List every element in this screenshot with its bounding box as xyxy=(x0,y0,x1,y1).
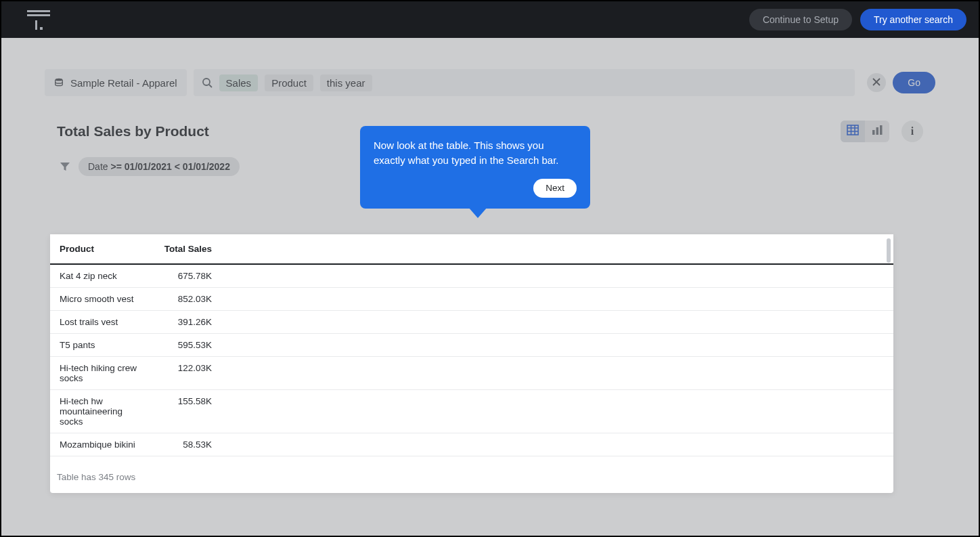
search-token-sales[interactable]: Sales xyxy=(219,74,259,91)
table-row[interactable]: Kat 4 zip neck675.78K xyxy=(50,264,893,288)
info-button[interactable]: i xyxy=(901,121,923,142)
cell-sales: 852.03K xyxy=(148,288,221,311)
cell-sales: 391.26K xyxy=(148,311,221,334)
cell-product: Hi-tech hiking crew socks xyxy=(50,357,148,390)
column-header-sales[interactable]: Total Sales xyxy=(148,234,221,264)
app-logo xyxy=(27,10,50,30)
cell-product: Kat 4 zip neck xyxy=(50,264,148,288)
topbar: Continue to Setup Try another search xyxy=(1,1,979,38)
table-icon xyxy=(847,125,859,138)
table-row[interactable]: Lost trails vest391.26K xyxy=(50,311,893,334)
cell-sales: 155.58K xyxy=(148,390,221,433)
table-row[interactable]: Micro smooth vest852.03K xyxy=(50,288,893,311)
cell-empty xyxy=(221,288,893,311)
clear-search-button[interactable] xyxy=(867,73,886,92)
cell-empty xyxy=(221,311,893,334)
cell-empty xyxy=(221,390,893,433)
table-row[interactable]: T5 pants595.53K xyxy=(50,334,893,357)
info-icon: i xyxy=(911,125,914,137)
cell-sales: 59.35K xyxy=(148,456,221,463)
cell-product: Lost trails vest xyxy=(50,311,148,334)
visualization-toggle xyxy=(841,121,889,142)
search-bar[interactable]: Sales Product this year xyxy=(194,69,855,96)
datasource-selector[interactable]: Sample Retail - Apparel xyxy=(45,69,187,96)
table-header-row: Product Total Sales xyxy=(50,234,893,264)
chart-view-button[interactable] xyxy=(865,121,889,142)
cell-sales: 122.03K xyxy=(148,357,221,390)
results-table: Product Total Sales Kat 4 zip neck675.78… xyxy=(50,234,893,463)
cell-product: St Tropez halter top xyxy=(50,456,148,463)
close-icon xyxy=(872,77,881,89)
cell-product: Hi-tech hw mountaineering socks xyxy=(50,390,148,433)
filter-value: >= 01/01/2021 < 01/01/2022 xyxy=(111,161,230,172)
tour-next-button[interactable]: Next xyxy=(533,179,577,198)
cell-empty xyxy=(221,433,893,456)
svg-rect-11 xyxy=(876,127,879,135)
cell-sales: 595.53K xyxy=(148,334,221,357)
table-row[interactable]: St Tropez halter top59.35K xyxy=(50,456,893,463)
cell-empty xyxy=(221,264,893,288)
try-another-search-button[interactable]: Try another search xyxy=(860,9,966,30)
cell-product: Micro smooth vest xyxy=(50,288,148,311)
svg-rect-12 xyxy=(880,125,883,135)
table-view-button[interactable] xyxy=(841,121,865,142)
table-row[interactable]: Hi-tech hw mountaineering socks155.58K xyxy=(50,390,893,433)
svg-point-0 xyxy=(55,79,63,81)
cell-product: Mozambique bikini xyxy=(50,433,148,456)
cell-empty xyxy=(221,334,893,357)
scrollbar-thumb[interactable] xyxy=(887,238,891,263)
filter-label: Date xyxy=(88,161,108,172)
cell-product: T5 pants xyxy=(50,334,148,357)
column-header-empty xyxy=(221,234,893,264)
tour-tooltip: Now look at the table. This shows you ex… xyxy=(360,126,590,209)
search-token-product[interactable]: Product xyxy=(265,74,313,91)
results-table-card: Product Total Sales Kat 4 zip neck675.78… xyxy=(50,234,893,493)
datasource-label: Sample Retail - Apparel xyxy=(70,77,177,89)
database-icon xyxy=(54,78,64,87)
continue-setup-button[interactable]: Continue to Setup xyxy=(749,9,852,30)
table-footer: Table has 345 rows xyxy=(50,463,893,493)
cell-empty xyxy=(221,456,893,463)
cell-sales: 58.53K xyxy=(148,433,221,456)
date-filter-chip[interactable]: Date >= 01/01/2021 < 01/01/2022 xyxy=(79,157,240,176)
svg-point-1 xyxy=(203,79,210,85)
table-row[interactable]: Mozambique bikini58.53K xyxy=(50,433,893,456)
column-header-product[interactable]: Product xyxy=(50,234,148,264)
table-row[interactable]: Hi-tech hiking crew socks122.03K xyxy=(50,357,893,390)
go-button[interactable]: Go xyxy=(893,72,935,93)
search-row: Sample Retail - Apparel Sales Product th… xyxy=(1,38,979,96)
svg-line-2 xyxy=(209,85,212,87)
cell-sales: 675.78K xyxy=(148,264,221,288)
filter-icon xyxy=(60,161,70,172)
cell-empty xyxy=(221,357,893,390)
search-icon xyxy=(202,77,213,88)
svg-rect-10 xyxy=(872,130,875,135)
search-token-thisyear[interactable]: this year xyxy=(320,74,372,91)
bar-chart-icon xyxy=(871,125,883,138)
answer-title: Total Sales by Product xyxy=(57,123,209,139)
tour-tooltip-text: Now look at the table. This shows you ex… xyxy=(374,138,577,168)
svg-rect-5 xyxy=(847,125,858,135)
